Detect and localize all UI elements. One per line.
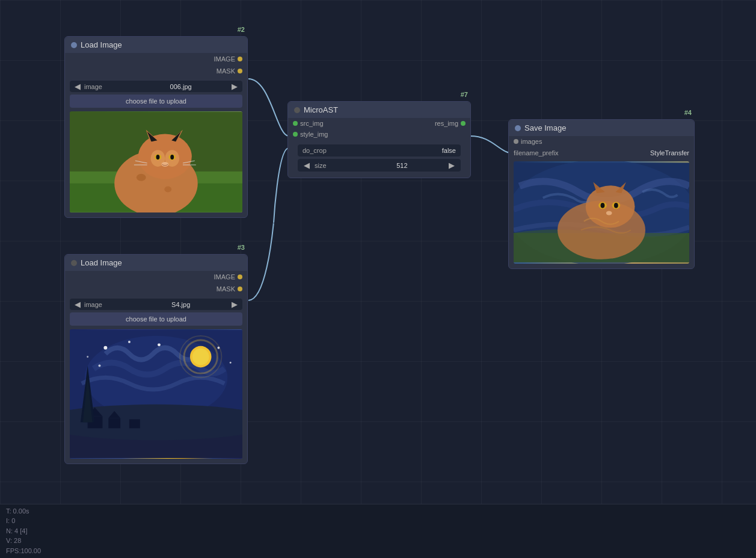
svg-point-22 <box>164 187 171 193</box>
prev-image-btn-2[interactable]: ◀ <box>73 300 82 308</box>
svg-point-29 <box>158 343 161 346</box>
load-image-node-2: #3 Load Image IMAGE MASK ◀ image S4.jpg … <box>64 254 248 464</box>
svg-point-30 <box>99 365 101 367</box>
node-header-save: Save Image <box>509 120 694 136</box>
size-prev-btn[interactable]: ◀ <box>303 161 311 169</box>
svg-point-5 <box>138 134 192 179</box>
node-title-microast: MicroAST <box>304 105 338 114</box>
image-selector-1: ◀ image 006.jpg ▶ <box>70 81 242 92</box>
node-header-2: Load Image <box>65 255 247 271</box>
status-dot-save <box>515 125 521 131</box>
node-body-1: ◀ image 006.jpg ▶ choose file to upload <box>65 77 247 217</box>
param-size: ◀ size 512 ▶ <box>298 159 461 172</box>
status-n: N: 4 [4] <box>6 527 750 536</box>
node-title-save: Save Image <box>524 123 566 132</box>
svg-point-28 <box>128 341 131 343</box>
microast-node: #7 MicroAST src_img res_img style_img do… <box>287 101 471 178</box>
source-image-lynx <box>70 111 242 212</box>
port-dot-images[interactable] <box>514 139 518 144</box>
image-selector-2: ◀ image S4.jpg ▶ <box>70 299 242 310</box>
upload-btn-1[interactable]: choose file to upload <box>70 95 242 108</box>
source-image-starry-night <box>70 329 242 459</box>
size-next-btn[interactable]: ▶ <box>447 161 456 169</box>
load-image-node-1: #2 Load Image IMAGE MASK ◀ image 006.jpg… <box>64 36 248 218</box>
svg-point-33 <box>87 356 88 358</box>
node-id-2: #2 <box>238 26 245 33</box>
microast-body: do_crop false ◀ size 512 ▶ <box>288 140 470 178</box>
port-dot-mask-2[interactable] <box>238 287 242 291</box>
next-image-btn-2[interactable]: ▶ <box>230 300 239 308</box>
port-mask-1: MASK <box>65 65 247 77</box>
port-dot-image-1[interactable] <box>238 57 242 61</box>
svg-point-14 <box>156 155 160 160</box>
svg-point-54 <box>601 203 605 208</box>
status-dot-2 <box>71 260 77 266</box>
save-port-images: images <box>509 136 694 147</box>
next-image-btn-1[interactable]: ▶ <box>230 82 239 90</box>
result-image <box>514 161 689 264</box>
svg-point-15 <box>170 155 174 160</box>
port-mask-2: MASK <box>65 283 247 295</box>
node-header-1: Load Image <box>65 37 247 53</box>
port-dot-style-img[interactable] <box>293 132 298 137</box>
node-id-3: #3 <box>238 244 245 251</box>
node-body-2: ◀ image S4.jpg ▶ choose file to upload <box>65 295 247 463</box>
status-t: T: 0.00s <box>6 507 750 516</box>
svg-point-49 <box>586 185 635 228</box>
status-dot-microast <box>294 107 300 113</box>
status-fps: FPS:100.00 <box>6 547 750 556</box>
node-id-7: #7 <box>461 91 468 98</box>
svg-point-55 <box>614 203 618 208</box>
node-header-microast: MicroAST <box>288 102 470 118</box>
port-image-1: IMAGE <box>65 53 247 65</box>
upload-btn-2[interactable]: choose file to upload <box>70 312 242 326</box>
save-node-body <box>509 159 694 268</box>
svg-point-26 <box>192 349 209 365</box>
save-image-node: #4 Save Image images filename_prefix Sty… <box>508 119 695 269</box>
port-dot-res-img[interactable] <box>461 121 466 126</box>
svg-rect-40 <box>129 420 140 429</box>
status-dot-1 <box>71 42 77 48</box>
port-image-2: IMAGE <box>65 271 247 283</box>
svg-rect-38 <box>108 418 120 429</box>
microast-port-style: style_img <box>288 129 470 140</box>
port-dot-src-img[interactable] <box>293 121 298 126</box>
status-bar: T: 0.00s I: 0 N: 4 [4] V: 28 FPS:100.00 <box>0 504 756 558</box>
svg-point-56 <box>606 211 612 215</box>
param-do-crop: do_crop false <box>298 144 461 157</box>
node-title-2: Load Image <box>81 258 122 267</box>
node-title-1: Load Image <box>81 40 122 49</box>
status-v: V: 28 <box>6 536 750 545</box>
microast-port-src: src_img res_img <box>288 118 470 129</box>
svg-point-21 <box>137 174 146 181</box>
svg-point-32 <box>230 362 232 364</box>
port-dot-mask-1[interactable] <box>238 69 242 73</box>
node-id-4: #4 <box>684 109 692 116</box>
svg-point-27 <box>103 346 107 350</box>
port-dot-image-2[interactable] <box>238 274 242 279</box>
prev-image-btn-1[interactable]: ◀ <box>73 82 82 90</box>
save-param-prefix: filename_prefix StyleTransfer <box>509 147 694 159</box>
status-i: I: 0 <box>6 516 750 525</box>
